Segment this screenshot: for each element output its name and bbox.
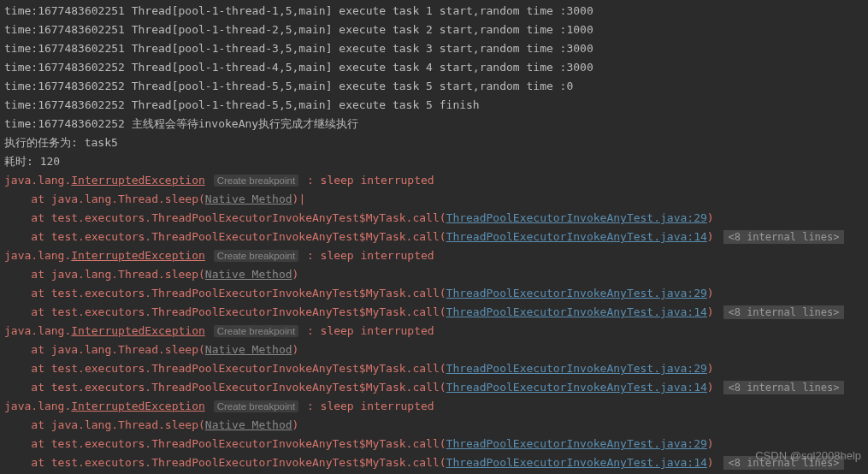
stack-frame: at java.lang.Thread.sleep(	[4, 418, 205, 431]
internal-lines-tag[interactable]: <8 internal lines>	[723, 305, 843, 319]
native-method-link[interactable]: Native Method	[205, 268, 292, 281]
paren-close: )	[707, 230, 714, 243]
source-link[interactable]: ThreadPoolExecutorInvokeAnyTest.java:14	[446, 456, 707, 469]
log-line: time:1677483602252 Thread[pool-1-thread-…	[4, 80, 573, 92]
paren-close: )	[707, 287, 714, 299]
exception-message: : sleep interrupted	[300, 174, 434, 187]
source-link[interactable]: ThreadPoolExecutorInvokeAnyTest.java:29	[446, 362, 707, 375]
exception-name-link[interactable]: InterruptedException	[71, 174, 205, 187]
log-line: time:1677483602252 Thread[pool-1-thread-…	[4, 61, 593, 74]
internal-lines-tag[interactable]: <8 internal lines>	[723, 230, 843, 244]
exception-package: java.lang.	[4, 174, 71, 187]
paren-close: )	[707, 362, 714, 375]
exception-message: : sleep interrupted	[300, 249, 434, 262]
native-method-link[interactable]: Native Method	[205, 193, 292, 205]
stack-frame: at java.lang.Thread.sleep(	[4, 268, 205, 281]
source-link[interactable]: ThreadPoolExecutorInvokeAnyTest.java:14	[446, 305, 707, 318]
create-breakpoint-button[interactable]: Create breakpoint	[214, 250, 298, 262]
log-line: time:1677483602251 Thread[pool-1-thread-…	[4, 4, 593, 17]
source-link[interactable]: ThreadPoolExecutorInvokeAnyTest.java:14	[446, 230, 707, 243]
exception-package: java.lang.	[4, 249, 71, 262]
paren-close: )	[707, 381, 714, 394]
create-breakpoint-button[interactable]: Create breakpoint	[214, 400, 298, 412]
source-link[interactable]: ThreadPoolExecutorInvokeAnyTest.java:29	[446, 211, 707, 224]
stack-frame: at test.executors.ThreadPoolExecutorInvo…	[4, 211, 446, 224]
stack-frame: at test.executors.ThreadPoolExecutorInvo…	[4, 362, 446, 375]
source-link[interactable]: ThreadPoolExecutorInvokeAnyTest.java:14	[446, 381, 707, 394]
stack-frame: at java.lang.Thread.sleep(	[4, 343, 205, 356]
create-breakpoint-button[interactable]: Create breakpoint	[214, 325, 298, 337]
exception-message: : sleep interrupted	[300, 400, 434, 412]
watermark: CSDN @sql2008help	[755, 447, 861, 465]
stack-frame: at java.lang.Thread.sleep(	[4, 193, 205, 205]
exception-name-link[interactable]: InterruptedException	[71, 324, 205, 337]
stack-frame: at test.executors.ThreadPoolExecutorInvo…	[4, 287, 446, 299]
stack-frame: at test.executors.ThreadPoolExecutorInvo…	[4, 437, 446, 450]
paren-close: )	[292, 343, 299, 356]
stack-frame: at test.executors.ThreadPoolExecutorInvo…	[4, 230, 446, 243]
paren-close: )	[292, 418, 299, 431]
paren-close: )	[707, 211, 714, 224]
stack-frame: at test.executors.ThreadPoolExecutorInvo…	[4, 381, 446, 394]
paren-close: )	[707, 456, 714, 469]
log-line: time:1677483602252 主线程会等待invokeAny执行完成才继…	[4, 117, 358, 130]
exception-message: : sleep interrupted	[300, 324, 434, 337]
internal-lines-tag[interactable]: <8 internal lines>	[723, 381, 843, 394]
paren-close: )	[707, 305, 714, 318]
exception-name-link[interactable]: InterruptedException	[71, 249, 205, 262]
source-link[interactable]: ThreadPoolExecutorInvokeAnyTest.java:29	[446, 437, 707, 450]
exception-name-link[interactable]: InterruptedException	[71, 400, 205, 412]
paren-close: )	[292, 268, 299, 281]
stack-frame: at test.executors.ThreadPoolExecutorInvo…	[4, 305, 446, 318]
native-method-link[interactable]: Native Method	[205, 343, 292, 356]
log-line: time:1677483602251 Thread[pool-1-thread-…	[4, 23, 593, 36]
exception-package: java.lang.	[4, 324, 71, 337]
paren-close: )|	[292, 193, 306, 205]
source-link[interactable]: ThreadPoolExecutorInvokeAnyTest.java:29	[446, 287, 707, 299]
paren-close: )	[707, 437, 714, 450]
log-line: 耗时: 120	[4, 155, 60, 168]
create-breakpoint-button[interactable]: Create breakpoint	[214, 175, 298, 187]
exception-package: java.lang.	[4, 400, 71, 412]
stack-frame: at test.executors.ThreadPoolExecutorInvo…	[4, 456, 446, 469]
log-line: 执行的任务为: task5	[4, 136, 118, 149]
log-line: time:1677483602252 Thread[pool-1-thread-…	[4, 98, 480, 111]
log-line: time:1677483602251 Thread[pool-1-thread-…	[4, 42, 593, 55]
native-method-link[interactable]: Native Method	[205, 418, 292, 431]
